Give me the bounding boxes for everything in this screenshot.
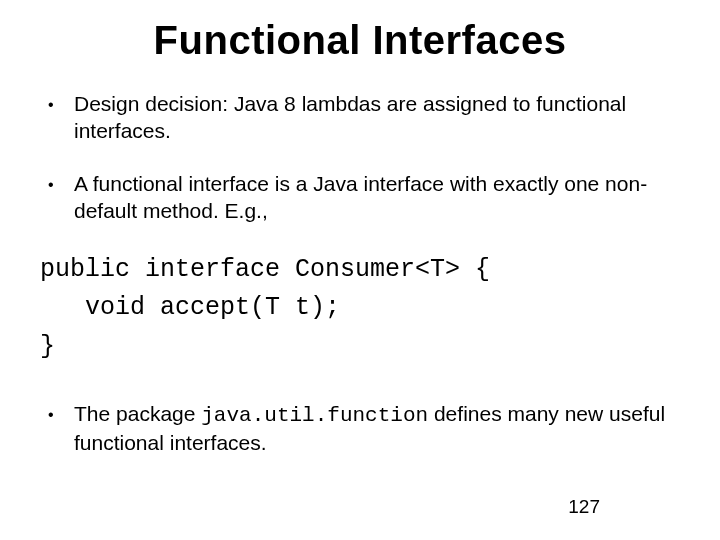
bullet-3-prefix: The package: [74, 402, 201, 425]
bullet-3-code: java.util.function: [201, 404, 428, 427]
slide: Functional Interfaces Design decision: J…: [0, 0, 720, 540]
bullet-2: A functional interface is a Java interfa…: [40, 171, 680, 225]
bullet-list-top: Design decision: Java 8 lambdas are assi…: [40, 91, 680, 225]
slide-title: Functional Interfaces: [40, 18, 680, 63]
page-number: 127: [568, 496, 600, 518]
bullet-3: The package java.util.function defines m…: [40, 401, 680, 457]
bullet-1: Design decision: Java 8 lambdas are assi…: [40, 91, 680, 145]
code-block: public interface Consumer<T> { void acce…: [40, 251, 680, 367]
bullet-list-bottom: The package java.util.function defines m…: [40, 401, 680, 457]
